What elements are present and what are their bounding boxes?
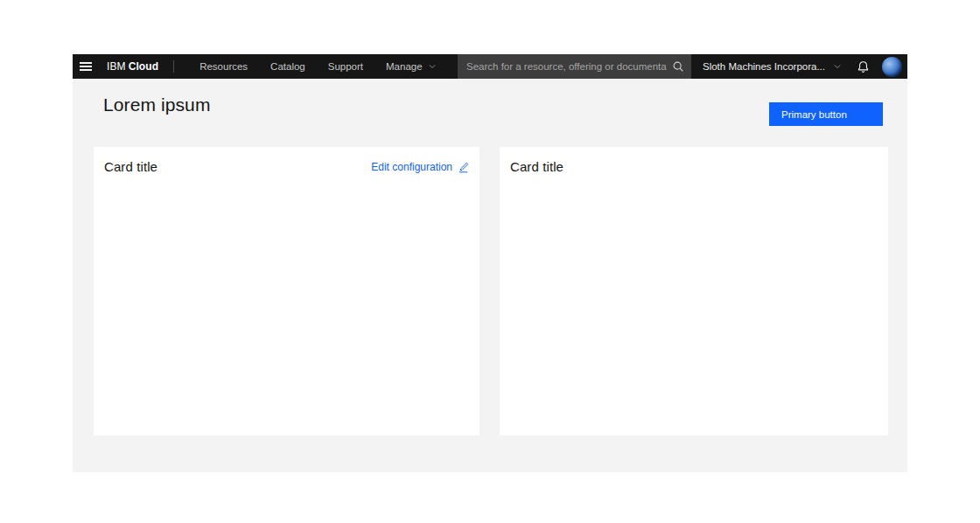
nav-item-resources[interactable]: Resources	[188, 54, 259, 79]
header-divider	[173, 60, 174, 73]
nav-item-catalog[interactable]: Catalog	[259, 54, 317, 79]
search-input[interactable]	[466, 61, 667, 72]
header-nav: Resources Catalog Support Manage	[188, 54, 436, 79]
brand-prefix: IBM	[107, 60, 126, 73]
edit-pencil-icon	[458, 162, 469, 173]
card-title: Card title	[104, 159, 158, 174]
account-name: Sloth Machines Incorpora...	[703, 61, 825, 72]
search-icon[interactable]	[672, 60, 684, 73]
page-title: Lorem ipsum	[103, 94, 210, 115]
brand-logo[interactable]: IBMCloud	[107, 60, 158, 73]
primary-button[interactable]: Primary button	[769, 102, 883, 126]
global-search[interactable]	[458, 54, 691, 79]
account-switcher[interactable]: Sloth Machines Incorpora...	[703, 61, 842, 72]
card-title: Card title	[510, 159, 564, 174]
account-chevron-down-icon	[833, 62, 842, 71]
screenshot-canvas: IBMCloud Resources Catalog Support Manag…	[0, 0, 980, 523]
manage-chevron-down-icon[interactable]	[428, 62, 437, 71]
bell-icon	[857, 60, 870, 73]
card-header: Card title	[510, 159, 878, 174]
cards-row: Card title Edit configuration Card	[94, 147, 888, 436]
hamburger-icon	[80, 60, 92, 73]
notifications-button[interactable]	[857, 60, 870, 73]
card-configuration: Card title Edit configuration	[94, 147, 480, 436]
edit-configuration-link[interactable]: Edit configuration	[371, 161, 469, 173]
user-avatar[interactable]	[882, 57, 902, 77]
card-secondary: Card title	[500, 147, 888, 436]
menu-button[interactable]	[73, 54, 99, 79]
global-header: IBMCloud Resources Catalog Support Manag…	[73, 54, 907, 79]
ibm-cloud-app-frame: IBMCloud Resources Catalog Support Manag…	[73, 54, 907, 472]
nav-item-support[interactable]: Support	[317, 54, 374, 79]
nav-item-manage[interactable]: Manage	[374, 54, 426, 79]
brand-suffix: Cloud	[129, 60, 159, 73]
edit-configuration-label: Edit configuration	[371, 161, 452, 173]
card-header: Card title Edit configuration	[104, 159, 469, 174]
